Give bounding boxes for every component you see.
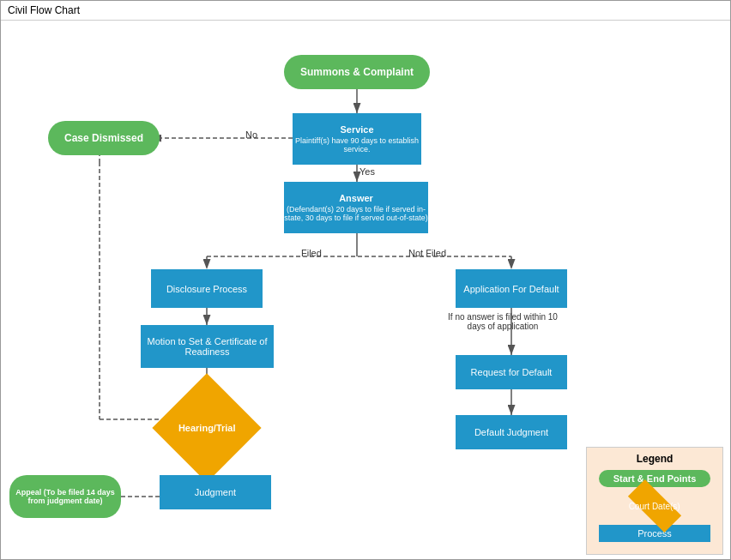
summons-node: Summons & Complaint — [284, 55, 430, 89]
not-filed-label: Not Filed — [408, 248, 446, 258]
default-judgment-node: Default Judgment — [456, 415, 567, 449]
legend-process: Process — [599, 525, 710, 542]
service-node: Service Plaintiff(s) have 90 days to est… — [293, 113, 421, 165]
legend-process-item: Process — [595, 525, 714, 542]
judgment-node: Judgment — [160, 475, 271, 509]
answer-node: Answer (Defendant(s) 20 days to file if … — [284, 182, 428, 233]
no-label: No — [245, 129, 257, 140]
if-no-answer-label: If no answer is filed within 10 days of … — [447, 312, 559, 331]
legend-title: Legend — [595, 453, 714, 465]
legend: Legend Start & End Points Court Date(s) … — [586, 447, 723, 555]
appeal-node: Appeal (To be filed 14 days from judgmen… — [9, 475, 121, 518]
case-dismissed-node: Case Dismissed — [48, 121, 160, 155]
legend-start-end-item: Start & End Points — [595, 470, 714, 487]
chart-container: Civil Flow Chart — [0, 0, 731, 560]
chart-title: Civil Flow Chart — [1, 1, 730, 21]
application-default-node: Application For Default — [456, 269, 567, 308]
disclosure-process-node: Disclosure Process — [151, 269, 263, 308]
flowchart-area: Summons & Complaint Service Plaintiff(s)… — [1, 21, 731, 560]
legend-court-date: Court Date(s) — [629, 502, 680, 511]
legend-start-end: Start & End Points — [599, 470, 710, 487]
request-for-default-node: Request for Default — [456, 355, 567, 389]
filed-label: Filed — [301, 248, 322, 258]
yes-label: Yes — [359, 166, 375, 177]
legend-court-date-item: Court Date(s) — [595, 494, 714, 518]
motion-to-set-node: Motion to Set & Certificate of Readiness — [141, 325, 274, 368]
hearing-trial-node: Hearing/Trial — [152, 373, 261, 482]
